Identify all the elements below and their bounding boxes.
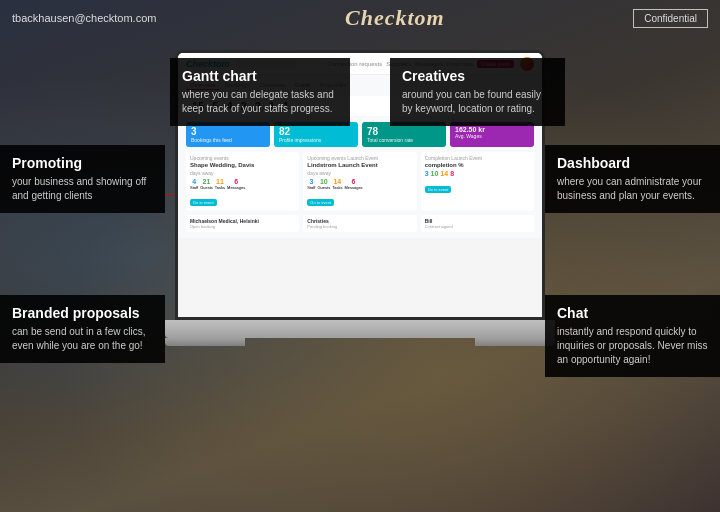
confidential-badge: Confidential xyxy=(633,9,708,28)
creatives-title: Creatives xyxy=(402,68,553,84)
event-stats-2: 3 Staff 10 Guests 14 Tasks xyxy=(307,178,412,190)
bottom-event-3: Bill Contract signed xyxy=(421,215,534,232)
creatives-description: around you can be found easily by keywor… xyxy=(402,88,553,116)
main-logo: Checktom xyxy=(345,5,445,31)
branded-title: Branded proposals xyxy=(12,305,153,321)
event-card-2: Upcoming events Launch Event Lindstrom L… xyxy=(303,152,416,211)
dashboard-box: Dashboard where you can administrate you… xyxy=(545,145,720,213)
laptop-foot-left xyxy=(165,338,245,346)
go-to-event-btn-2[interactable]: Go to event xyxy=(307,199,334,206)
dashboard-title: Dashboard xyxy=(557,155,708,171)
gantt-box: Gantt chart where you can delegate tasks… xyxy=(170,58,350,126)
events-section: Upcoming events Shape Wedding, Davis day… xyxy=(186,152,534,211)
event-stats-3: 3 10 14 8 xyxy=(425,170,530,177)
gantt-title: Gantt chart xyxy=(182,68,338,84)
top-bar: tbackhausen@checktom.com Checktom Confid… xyxy=(0,0,720,36)
promoting-title: Promoting xyxy=(12,155,153,171)
promoting-description: your business and showing off and gettin… xyxy=(12,175,153,203)
event-card-1: Upcoming events Shape Wedding, Davis day… xyxy=(186,152,299,211)
event-stats-1: 4 Staff 21 Guests 11 Tasks xyxy=(190,178,295,190)
branded-description: can be send out in a few clics, even whi… xyxy=(12,325,153,353)
gantt-description: where you can delegate tasks and keep tr… xyxy=(182,88,338,116)
creatives-box: Creatives around you can be found easily… xyxy=(390,58,565,126)
chat-box: Chat instantly and respond quickly to in… xyxy=(545,295,720,377)
go-to-event-btn-3[interactable]: Go to event xyxy=(425,186,452,193)
bottom-event-1: Michaelson Medical, Helsinki Open bookin… xyxy=(186,215,299,232)
branded-box: Branded proposals can be send out in a f… xyxy=(0,295,165,363)
promoting-box: Promoting your business and showing off … xyxy=(0,145,165,213)
chat-description: instantly and respond quickly to inquiri… xyxy=(557,325,708,367)
go-to-event-btn-1[interactable]: Go to event xyxy=(190,199,217,206)
bottom-event-2: Christies Pending booking xyxy=(303,215,416,232)
dashboard-description: where you can administrate your business… xyxy=(557,175,708,203)
chat-title: Chat xyxy=(557,305,708,321)
event-card-3: Completion Launch Event completion % 3 1… xyxy=(421,152,534,211)
laptop-base xyxy=(165,320,555,338)
bottom-events: Michaelson Medical, Helsinki Open bookin… xyxy=(186,215,534,232)
email-address: tbackhausen@checktom.com xyxy=(12,12,156,24)
laptop-foot-right xyxy=(475,338,555,346)
